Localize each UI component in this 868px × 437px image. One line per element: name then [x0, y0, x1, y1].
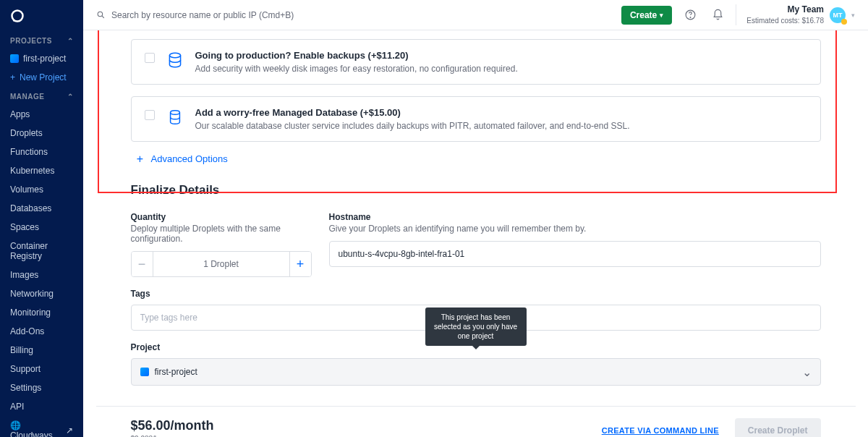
chevron-down-icon: ⌄	[802, 365, 812, 379]
sidebar-item-add-ons[interactable]: Add-Ons	[0, 322, 83, 341]
quantity-hint: Deploy multiple Droplets with the same c…	[131, 224, 312, 244]
create-via-cli-link[interactable]: CREATE VIA COMMAND LINE	[602, 426, 719, 435]
plus-icon: +	[10, 72, 15, 82]
project-icon	[10, 54, 19, 63]
help-icon[interactable]	[681, 6, 699, 25]
sidebar: PROJECTS ⌃ first-project + New Project M…	[0, 0, 83, 437]
search-icon	[96, 10, 106, 20]
price-month: $56.00/month	[131, 418, 214, 433]
hostname-label: Hostname	[329, 212, 821, 222]
content-scroll[interactable]: Going to production? Enable backups (+$1…	[83, 30, 868, 437]
sidebar-item-images[interactable]: Images	[0, 266, 83, 284]
advanced-options-toggle[interactable]: + Advanced Options	[135, 153, 821, 164]
sidebar-item-support[interactable]: Support	[0, 360, 83, 378]
finalize-heading: Finalize Details	[131, 183, 821, 198]
svg-point-4	[98, 12, 103, 17]
sidebar-item-api[interactable]: API	[0, 397, 83, 416]
logo[interactable]	[0, 0, 83, 31]
sidebar-item-container-registry[interactable]: Container Registry	[0, 237, 83, 266]
search-input[interactable]: Search by resource name or public IP (Cm…	[96, 10, 613, 20]
database-desc: Our scalable database cluster service in…	[195, 121, 630, 131]
topbar: Search by resource name or public IP (Cm…	[83, 0, 868, 30]
svg-point-7	[690, 17, 691, 18]
avatar: MT	[830, 7, 846, 23]
chevron-down-icon: ▾	[660, 12, 663, 19]
backup-desc: Add security with weekly disk images for…	[195, 64, 518, 74]
tags-label: Tags	[131, 289, 821, 299]
sidebar-item-apps[interactable]: Apps	[0, 105, 83, 124]
sidebar-item-databases[interactable]: Databases	[0, 199, 83, 218]
hostname-hint: Give your Droplets an identifying name y…	[329, 224, 821, 234]
sidebar-item-settings[interactable]: Settings	[0, 378, 83, 397]
backup-icon	[165, 50, 185, 70]
project-tooltip: This project has been selected as you on…	[425, 307, 527, 346]
sidebar-ext-cloudways[interactable]: 🌐 Cloudways↗	[0, 416, 83, 437]
hostname-input[interactable]	[329, 241, 821, 267]
sidebar-item-monitoring[interactable]: Monitoring	[0, 303, 83, 322]
backup-card: Going to production? Enable backups (+$1…	[131, 39, 821, 85]
svg-rect-2	[13, 20, 15, 22]
database-card: Add a worry-free Managed Database (+$15.…	[131, 96, 821, 142]
project-icon	[140, 368, 149, 376]
svg-rect-1	[16, 17, 19, 20]
footer-bar: $56.00/month $0.083/hour CREATE VIA COMM…	[96, 406, 856, 437]
svg-rect-3	[12, 18, 14, 20]
sidebar-item-volumes[interactable]: Volumes	[0, 180, 83, 199]
database-icon	[165, 107, 185, 127]
quantity-stepper: − 1 Droplet +	[131, 251, 312, 277]
sidebar-item-billing[interactable]: Billing	[0, 341, 83, 360]
sidebar-new-project[interactable]: + New Project	[0, 68, 83, 87]
quantity-decrement[interactable]: −	[132, 252, 153, 276]
project-select[interactable]: first-project ⌄	[131, 358, 821, 386]
external-link-icon: ↗	[66, 425, 73, 436]
sidebar-item-droplets[interactable]: Droplets	[0, 124, 83, 143]
backup-title: Going to production? Enable backups (+$1…	[195, 50, 518, 61]
chevron-up-icon: ⌃	[67, 93, 74, 101]
sidebar-item-first-project[interactable]: first-project	[0, 49, 83, 68]
backup-checkbox[interactable]	[145, 53, 155, 63]
projects-header[interactable]: PROJECTS ⌃	[0, 31, 83, 49]
bell-icon[interactable]	[708, 6, 727, 25]
plus-icon: +	[135, 154, 145, 164]
quantity-label: Quantity	[131, 212, 312, 222]
team-menu[interactable]: My Team Estimated costs: $16.78 MT ▾	[736, 4, 855, 25]
sidebar-item-kubernetes[interactable]: Kubernetes	[0, 161, 83, 180]
chevron-down-icon: ▾	[851, 12, 855, 19]
sidebar-item-networking[interactable]: Networking	[0, 284, 83, 303]
svg-point-9	[170, 111, 179, 115]
main: Search by resource name or public IP (Cm…	[83, 0, 868, 437]
database-title: Add a worry-free Managed Database (+$15.…	[195, 107, 630, 118]
quantity-value: 1 Droplet	[153, 252, 289, 276]
chevron-up-icon: ⌃	[67, 37, 74, 45]
svg-point-8	[169, 53, 180, 58]
manage-header[interactable]: MANAGE ⌃	[0, 87, 83, 105]
sidebar-item-spaces[interactable]: Spaces	[0, 218, 83, 237]
database-checkbox[interactable]	[145, 110, 155, 120]
create-droplet-button[interactable]: Create Droplet	[735, 418, 821, 437]
svg-line-5	[102, 16, 104, 18]
quantity-increment[interactable]: +	[289, 252, 311, 276]
create-button[interactable]: Create ▾	[621, 6, 672, 25]
sidebar-item-functions[interactable]: Functions	[0, 143, 83, 161]
